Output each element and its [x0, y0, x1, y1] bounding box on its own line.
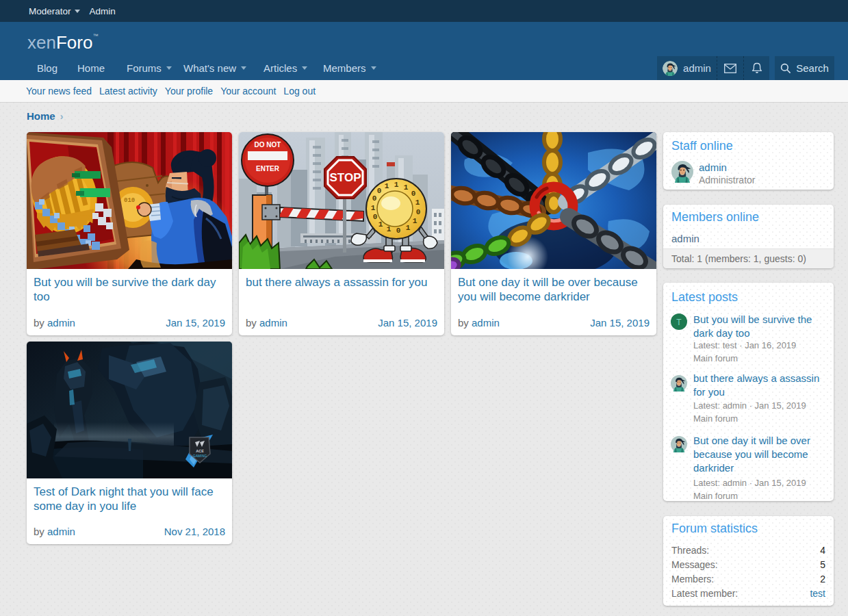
svg-text:0: 0	[372, 194, 377, 203]
svg-text:1: 1	[378, 220, 383, 229]
svg-text:0: 0	[373, 213, 378, 221]
svg-text:1: 1	[404, 183, 409, 192]
svg-text:0: 0	[396, 227, 401, 235]
svg-text:ENTER: ENTER	[256, 165, 280, 172]
svg-text:1: 1	[387, 225, 391, 233]
svg-text:0: 0	[411, 190, 416, 198]
svg-text:1: 1	[394, 181, 399, 189]
svg-text:DO NOT: DO NOT	[255, 141, 281, 149]
svg-text:0: 0	[416, 208, 421, 216]
svg-text:0: 0	[377, 187, 382, 195]
svg-text:T: T	[676, 318, 682, 327]
svg-text:1: 1	[415, 198, 420, 207]
svg-text:1: 1	[385, 182, 389, 190]
svg-text:1: 1	[371, 204, 376, 212]
svg-text:010: 010	[124, 197, 135, 204]
svg-text:1: 1	[406, 224, 411, 232]
svg-text:STOP: STOP	[330, 171, 361, 184]
svg-text:1: 1	[413, 217, 417, 225]
svg-text:ACE: ACE	[196, 449, 204, 453]
svg-text:GAMING: GAMING	[193, 454, 207, 458]
